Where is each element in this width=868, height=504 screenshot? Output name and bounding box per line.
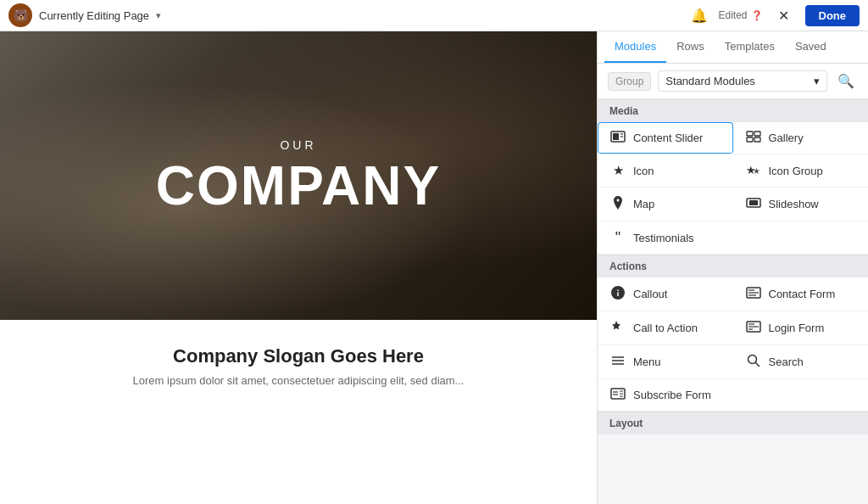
chevron-down-icon: ▾ bbox=[814, 75, 820, 87]
module-login-form-label: Login Form bbox=[769, 322, 825, 334]
page-title: Currently Editing Page bbox=[39, 9, 149, 22]
hero-content: OUR COMPANY bbox=[156, 138, 441, 213]
module-content-slider-label: Content Slider bbox=[633, 132, 703, 144]
icon-icon: ★ bbox=[609, 163, 626, 178]
module-icon[interactable]: ★ Icon bbox=[598, 154, 733, 188]
module-menu[interactable]: Menu bbox=[598, 345, 733, 379]
section-layout: Layout bbox=[598, 412, 868, 434]
svg-rect-6 bbox=[747, 137, 753, 142]
tab-rows[interactable]: Rows bbox=[666, 31, 715, 63]
slideshow-icon bbox=[745, 197, 762, 211]
module-slideshow[interactable]: Slideshow bbox=[733, 188, 869, 221]
topbar: 🐻 Currently Editing Page ▾ 🔔 Edited ❓ ✕ … bbox=[0, 0, 868, 31]
module-slideshow-label: Slideshow bbox=[769, 198, 819, 210]
chevron-down-icon[interactable]: ▾ bbox=[156, 10, 161, 21]
tab-templates[interactable]: Templates bbox=[715, 31, 785, 63]
svg-rect-1 bbox=[613, 133, 619, 140]
canvas-below: Company Slogan Goes Here Lorem ipsum dol… bbox=[0, 320, 597, 412]
avatar: 🐻 bbox=[8, 3, 32, 27]
tab-modules[interactable]: Modules bbox=[604, 31, 666, 63]
module-icon-group-label: Icon Group bbox=[769, 165, 823, 177]
gallery-icon bbox=[745, 131, 762, 145]
module-gallery-label: Gallery bbox=[769, 132, 804, 144]
module-call-to-action[interactable]: Call to Action bbox=[598, 311, 733, 345]
section-media: Media bbox=[598, 99, 868, 122]
modules-list: Media Content Slider bbox=[598, 99, 868, 504]
login-form-icon bbox=[745, 321, 762, 335]
svg-text:★: ★ bbox=[753, 166, 760, 176]
module-map[interactable]: Map bbox=[598, 188, 733, 221]
group-label: Group bbox=[608, 72, 651, 91]
content-slider-icon bbox=[609, 131, 626, 145]
panel-tabs: Modules Rows Templates Saved bbox=[598, 31, 868, 64]
topbar-right: 🔔 Edited ❓ ✕ Done bbox=[691, 4, 860, 26]
section-actions: Actions bbox=[598, 255, 868, 277]
module-callout-label: Callout bbox=[633, 288, 667, 300]
module-icon-group[interactable]: ★ ★ Icon Group bbox=[733, 154, 869, 188]
hero-subtitle: OUR bbox=[156, 138, 441, 152]
map-icon bbox=[609, 196, 626, 212]
bell-icon[interactable]: 🔔 bbox=[691, 8, 708, 24]
module-testimonials[interactable]: " Testimonials bbox=[598, 221, 868, 255]
svg-rect-5 bbox=[754, 132, 760, 136]
module-login-form[interactable]: Login Form bbox=[733, 311, 869, 345]
module-subscribe-form-label: Subscribe Form bbox=[633, 389, 711, 401]
main-layout: OUR COMPANY Company Slogan Goes Here Lor… bbox=[0, 31, 868, 504]
module-contact-form-label: Contact Form bbox=[769, 288, 836, 300]
menu-icon bbox=[609, 355, 626, 369]
svg-rect-7 bbox=[754, 137, 760, 142]
testimonials-icon: " bbox=[609, 230, 626, 245]
media-grid: Content Slider Gallery ★ bbox=[598, 122, 868, 255]
group-row: Group Standard Modules ▾ 🔍 bbox=[598, 64, 868, 99]
module-map-label: Map bbox=[633, 198, 654, 210]
help-icon[interactable]: ❓ bbox=[751, 10, 763, 21]
hero-section: OUR COMPANY bbox=[0, 31, 597, 320]
close-button[interactable]: ✕ bbox=[773, 4, 795, 26]
svg-line-24 bbox=[755, 362, 760, 367]
edited-status: Edited ❓ bbox=[718, 9, 762, 21]
module-testimonials-label: Testimonials bbox=[633, 232, 694, 244]
module-menu-label: Menu bbox=[633, 356, 661, 368]
module-subscribe-form[interactable]: Subscribe Form bbox=[598, 379, 868, 412]
callout-icon bbox=[609, 286, 626, 302]
module-search[interactable]: Search bbox=[733, 345, 869, 379]
group-select[interactable]: Standard Modules ▾ bbox=[658, 70, 827, 92]
description-text: Lorem ipsum dolor sit amet, consectetuer… bbox=[17, 374, 580, 387]
page-canvas: OUR COMPANY Company Slogan Goes Here Lor… bbox=[0, 31, 597, 504]
module-content-slider[interactable]: Content Slider bbox=[598, 122, 733, 154]
icon-group-icon: ★ ★ bbox=[745, 164, 762, 178]
slogan-text: Company Slogan Goes Here bbox=[17, 345, 580, 367]
svg-rect-11 bbox=[749, 200, 758, 205]
done-button[interactable]: Done bbox=[805, 5, 860, 26]
actions-grid: Callout Contact Form bbox=[598, 277, 868, 412]
module-gallery[interactable]: Gallery bbox=[733, 122, 869, 154]
svg-rect-4 bbox=[747, 132, 753, 136]
topbar-left: 🐻 Currently Editing Page ▾ bbox=[8, 3, 161, 27]
tab-saved[interactable]: Saved bbox=[785, 31, 837, 63]
module-search-label: Search bbox=[769, 356, 804, 368]
search-icon bbox=[745, 354, 762, 370]
module-icon-label: Icon bbox=[633, 165, 654, 177]
contact-form-icon bbox=[745, 287, 762, 301]
call-to-action-icon bbox=[609, 320, 626, 336]
hero-title: COMPANY bbox=[156, 159, 441, 213]
right-panel: Modules Rows Templates Saved Group Stand… bbox=[597, 31, 868, 504]
module-contact-form[interactable]: Contact Form bbox=[733, 277, 869, 311]
module-callout[interactable]: Callout bbox=[598, 277, 733, 311]
search-button[interactable]: 🔍 bbox=[834, 71, 858, 91]
module-call-to-action-label: Call to Action bbox=[633, 322, 698, 334]
subscribe-form-icon bbox=[609, 388, 626, 402]
